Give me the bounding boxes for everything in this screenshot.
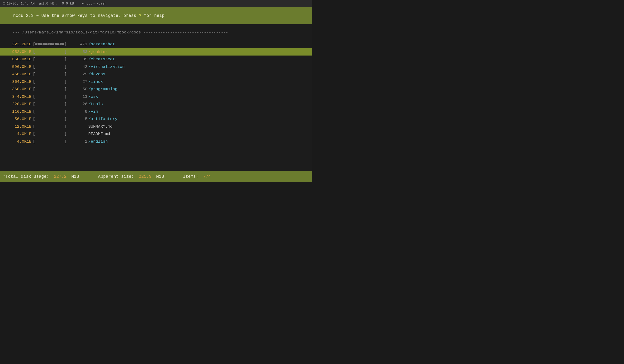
- usage-bar: [ ]: [33, 124, 76, 130]
- table-row[interactable]: 660.0 KiB[ ]35/cheatsheet: [0, 55, 312, 63]
- file-size: 344.0: [3, 94, 24, 100]
- top-bar: ⏱ 10/06, 1:48 AM ▣ 1.0 kB ↓ 0.0 kB ↑ ❧ n…: [0, 0, 312, 7]
- file-unit: KiB: [24, 79, 33, 85]
- file-unit: KiB: [24, 101, 33, 107]
- table-row[interactable]: 4.0 KiB[ ]1/english: [0, 138, 312, 146]
- file-unit: KiB: [24, 124, 33, 130]
- dir-name: /screenshot: [88, 41, 115, 48]
- file-unit: KiB: [24, 109, 33, 115]
- dir-name: /jenkins: [88, 49, 108, 55]
- file-size: 456.0: [3, 71, 24, 77]
- file-count: 35: [76, 56, 87, 62]
- path-text: --- /Users/marslo/iMarslo/tools/git/mars…: [13, 30, 228, 35]
- usage-bar: [ ]: [33, 94, 76, 100]
- file-unit: KiB: [24, 131, 33, 137]
- nav-bar: ncdu 2.3 ~ Use the arrow keys to navigat…: [0, 7, 312, 24]
- usage-bar: [ ]: [33, 86, 76, 92]
- file-count: 13: [76, 94, 87, 100]
- file-unit: KiB: [24, 139, 33, 145]
- file-unit: KiB: [24, 56, 33, 62]
- nav-text-pre: ncdu 2.3 ~ Use the: [13, 13, 62, 18]
- total-label: *Total disk usage:: [3, 174, 49, 179]
- mem2-val: 0.0 kB: [62, 2, 74, 5]
- dir-name: /vim: [88, 109, 98, 115]
- file-count: 42: [76, 64, 87, 70]
- mem1-arrow: ↓: [55, 2, 57, 5]
- dir-name: /linux: [88, 79, 103, 85]
- usage-bar: [ ]: [33, 131, 76, 137]
- file-count: 27: [76, 79, 87, 85]
- path-bar: --- /Users/marslo/iMarslo/tools/git/mars…: [0, 24, 312, 41]
- nav-qmark: ?: [139, 13, 142, 18]
- file-count: 8: [76, 109, 87, 115]
- datetime: 10/06, 1:48 AM: [7, 2, 35, 5]
- clock-item: ⏱ 10/06, 1:48 AM: [2, 2, 35, 5]
- table-row[interactable]: 952.0 KiB[ ]53/jenkins: [0, 48, 312, 56]
- dir-name: /tools: [88, 101, 103, 107]
- dir-name: /artifactory: [88, 116, 117, 122]
- table-row[interactable]: 56.0 KiB[ ]5/artifactory: [0, 115, 312, 123]
- clock-icon: ⏱: [2, 2, 6, 5]
- table-row[interactable]: 456.0 KiB[ ]29/devops: [0, 71, 312, 78]
- usage-bar: [ ]: [33, 49, 76, 55]
- file-size: 220.0: [3, 101, 24, 107]
- file-unit: KiB: [24, 94, 33, 100]
- mem1-item: ▣ 1.0 kB ↓: [39, 1, 57, 5]
- items-val: 774: [203, 174, 211, 179]
- dir-name: /virtualization: [88, 64, 125, 70]
- file-count: 50: [76, 86, 87, 92]
- cmd-name: ncdu: [84, 2, 93, 5]
- file-size: 56.0: [3, 116, 24, 122]
- shell-name: -bash: [96, 2, 106, 5]
- mem1-icon: ▣: [39, 1, 41, 5]
- file-count: 26: [76, 101, 87, 107]
- file-count: 53: [76, 49, 87, 55]
- table-row[interactable]: 220.0 KiB[ ]26/tools: [0, 100, 312, 108]
- table-row[interactable]: 223.2 MiB[############]471/screenshot: [0, 41, 312, 48]
- apparent-label: Apparent size:: [98, 174, 134, 179]
- file-count: 5: [76, 116, 87, 122]
- dir-name: /programming: [88, 86, 117, 92]
- usage-bar: [############]: [33, 41, 76, 48]
- dir-name: /cheatsheet: [88, 56, 115, 62]
- file-unit: MiB: [24, 41, 33, 48]
- apparent-val: 225.9: [139, 174, 152, 179]
- total-unit: MiB: [71, 174, 79, 179]
- file-size: 4.0: [3, 139, 24, 145]
- dir-name: /osx: [88, 94, 98, 100]
- terminal-window: ⏱ 10/06, 1:48 AM ▣ 1.0 kB ↓ 0.0 kB ↑ ❧ n…: [0, 0, 312, 182]
- usage-bar: [ ]: [33, 116, 76, 122]
- file-name: SUMMARY.md: [88, 124, 113, 130]
- cmd-sep: ←: [94, 2, 95, 5]
- file-size: 364.0: [3, 79, 24, 85]
- dir-name: /english: [88, 139, 108, 145]
- table-row[interactable]: 364.0 KiB[ ]27/linux: [0, 78, 312, 86]
- file-count: 29: [76, 71, 87, 77]
- file-name: README.md: [88, 131, 110, 137]
- table-row[interactable]: 4.0 KiB[ ]README.md: [0, 130, 312, 138]
- usage-bar: [ ]: [33, 71, 76, 77]
- total-val: 227.2: [54, 174, 66, 179]
- status-bar: *Total disk usage: 227.2 MiB Apparent si…: [0, 171, 312, 182]
- file-unit: KiB: [24, 64, 33, 70]
- mem1-val: 1.0 kB: [42, 2, 54, 5]
- table-row[interactable]: 344.0 KiB[ ]13/osx: [0, 93, 312, 101]
- file-unit: KiB: [24, 71, 33, 77]
- file-size: 952.0: [3, 49, 24, 55]
- file-size: 596.0: [3, 64, 24, 70]
- usage-bar: [ ]: [33, 79, 76, 85]
- table-row[interactable]: 116.0 KiB[ ]8/vim: [0, 108, 312, 116]
- table-row[interactable]: 360.0 KiB[ ]50/programming: [0, 85, 312, 93]
- table-row[interactable]: 596.0 KiB[ ]42/virtualization: [0, 63, 312, 71]
- file-unit: KiB: [24, 49, 33, 55]
- usage-bar: [ ]: [33, 56, 76, 62]
- nav-text-post: for help: [141, 13, 164, 18]
- usage-bar: [ ]: [33, 109, 76, 115]
- cmd-item: ❧ ncdu ← -bash: [82, 1, 106, 5]
- table-row[interactable]: 12.0 KiB[ ]SUMMARY.md: [0, 123, 312, 130]
- dir-name: /devops: [88, 71, 105, 77]
- file-size: 660.0: [3, 56, 24, 62]
- file-unit: KiB: [24, 86, 33, 92]
- file-count: 1: [76, 139, 87, 145]
- usage-bar: [ ]: [33, 64, 76, 70]
